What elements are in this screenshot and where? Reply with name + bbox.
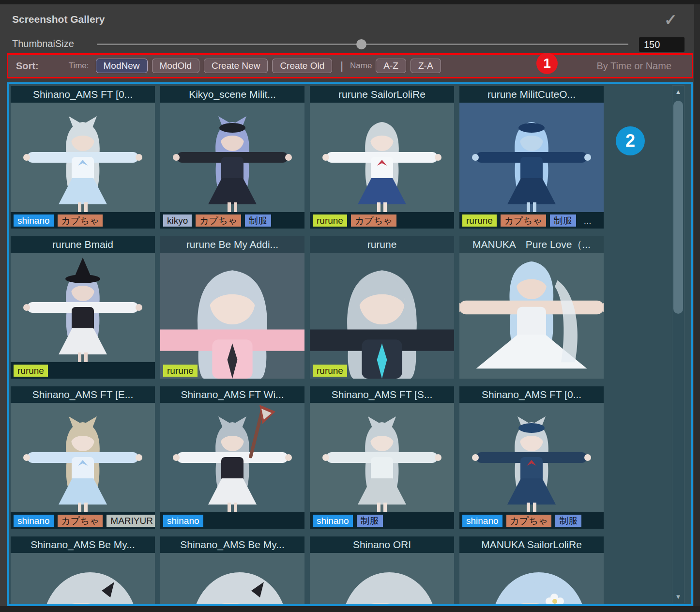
- gallery-card[interactable]: Shinano_AMS FT [0...shinanoカプちゃ制服: [459, 386, 604, 529]
- gallery-grid: Shinano_AMS FT [0...shinanoカプちゃKikyo_sce…: [11, 86, 604, 606]
- gallery-card[interactable]: Shinano_AMS FT [0...shinanoカプちゃ: [11, 86, 155, 229]
- scrollbar-thumb[interactable]: [673, 101, 683, 314]
- card-tag-row: shinanoカプちゃ: [11, 212, 155, 229]
- gallery-card[interactable]: rurune MilitCuteO...ruruneカプちゃ制服...: [459, 86, 604, 229]
- slider-handle[interactable]: [356, 39, 366, 49]
- sort-button-az[interactable]: A-Z: [376, 59, 406, 73]
- sort-button-modold[interactable]: ModOld: [152, 59, 200, 73]
- gallery-card[interactable]: rurune Bmaidrurune: [11, 236, 155, 379]
- scroll-up-arrow-icon[interactable]: ▲: [672, 88, 685, 95]
- card-title: Shinano_AMS Be My...: [160, 536, 304, 553]
- tag-kapucha[interactable]: カプちゃ: [58, 214, 103, 227]
- tag-more[interactable]: ...: [580, 214, 595, 227]
- tag-shinano[interactable]: shinano: [462, 515, 502, 527]
- gallery-card[interactable]: MANUKA Pure Love（...: [459, 236, 604, 379]
- tag-kapucha[interactable]: カプちゃ: [506, 515, 552, 527]
- card-tag-row: ruruneカプちゃ: [310, 212, 454, 229]
- tag-shinano[interactable]: shinano: [14, 214, 54, 227]
- tag-kikyo[interactable]: kikyo: [163, 214, 192, 227]
- tag-rurune[interactable]: rurune: [313, 214, 347, 227]
- tag-seifuku[interactable]: 制服: [550, 214, 576, 227]
- gallery-card[interactable]: Shinano_AMS FT [S...shinano制服: [310, 386, 454, 529]
- card-thumbnail: [160, 103, 304, 212]
- sort-divider: |: [340, 60, 343, 72]
- gallery-card[interactable]: Shinano_AMS Be My...: [160, 536, 304, 606]
- annotation-badge-2: 2: [616, 126, 645, 155]
- annotation-badge-1: 1: [536, 53, 558, 74]
- thumbnail-size-label: ThumbnaiSize: [12, 38, 74, 49]
- card-thumbnail: [11, 553, 155, 606]
- tag-seifuku[interactable]: 制服: [555, 515, 581, 527]
- card-thumbnail: [160, 553, 304, 606]
- tag-mariyur[interactable]: MARIYUR: [107, 515, 155, 527]
- tag-kapucha[interactable]: カプちゃ: [501, 214, 546, 227]
- card-thumbnail: [459, 553, 604, 606]
- card-title: rurune: [310, 236, 454, 253]
- card-thumbnail: [310, 553, 454, 606]
- card-thumbnail: [11, 403, 155, 512]
- card-title: MANUKA SailorLoliRe: [459, 536, 604, 553]
- sort-button-create-new[interactable]: Create New: [204, 59, 268, 73]
- card-title: rurune MilitCuteO...: [459, 86, 604, 103]
- tag-kapucha[interactable]: カプちゃ: [58, 515, 103, 527]
- card-title: Shinano_AMS FT [0...: [459, 386, 604, 403]
- gallery-card[interactable]: MANUKA SailorLoliRe: [459, 536, 604, 606]
- tag-kapucha[interactable]: カプちゃ: [196, 214, 241, 227]
- sort-button-za[interactable]: Z-A: [411, 59, 441, 73]
- gallery-panel: Shinano_AMS FT [0...shinanoカプちゃKikyo_sce…: [7, 82, 693, 606]
- card-title: Shinano_AMS FT [S...: [310, 386, 454, 403]
- card-tag-row: rurune: [11, 362, 155, 379]
- card-title: Shinano_AMS FT [E...: [11, 386, 155, 403]
- tag-kapucha[interactable]: カプちゃ: [351, 214, 396, 227]
- card-thumbnail: [11, 253, 155, 362]
- scroll-down-arrow-icon[interactable]: ▼: [672, 593, 685, 600]
- tag-seifuku[interactable]: 制服: [245, 214, 271, 227]
- tag-shinano[interactable]: shinano: [313, 515, 353, 527]
- card-tag-row: shinano: [160, 512, 304, 529]
- card-tag-row: shinanoカプちゃ制服: [459, 512, 604, 529]
- gallery-card[interactable]: Kikyo_scene Milit...kikyoカプちゃ制服: [160, 86, 304, 229]
- thumbnail-size-value[interactable]: 150: [639, 37, 685, 52]
- gallery-card[interactable]: Shinano_AMS FT [E...shinanoカプちゃMARIYUR: [11, 386, 155, 529]
- card-thumbnail: [310, 403, 454, 512]
- card-thumbnail: [160, 236, 304, 379]
- card-thumbnail: [310, 236, 454, 379]
- tag-rurune[interactable]: rurune: [462, 214, 497, 227]
- gallery-card[interactable]: Shinano ORI: [310, 536, 454, 606]
- check-icon[interactable]: ✓: [664, 11, 677, 29]
- tag-shinano[interactable]: shinano: [14, 515, 54, 527]
- card-title: rurune SailorLoliRe: [310, 86, 454, 103]
- sort-hint: By Time or Name: [597, 61, 671, 72]
- scrollbar[interactable]: ▲ ▼: [672, 85, 685, 603]
- card-thumbnail: [459, 236, 604, 379]
- sort-button-modnew[interactable]: ModNew: [96, 59, 148, 73]
- gallery-card[interactable]: rurune SailorLoliReruruneカプちゃ: [310, 86, 454, 229]
- card-tag-row: rurune: [160, 362, 304, 379]
- tag-rurune[interactable]: rurune: [163, 365, 198, 377]
- card-title: Shinano_AMS Be My...: [11, 536, 155, 553]
- card-tag-row: shinano制服: [310, 512, 454, 529]
- tag-rurune[interactable]: rurune: [313, 365, 347, 377]
- card-tag-row: ruruneカプちゃ制服...: [459, 212, 604, 229]
- window-bottom-edge: [0, 606, 700, 612]
- card-title: MANUKA Pure Love（...: [459, 236, 604, 253]
- gallery-card[interactable]: rurunerurune: [310, 236, 454, 379]
- card-title: Kikyo_scene Milit...: [160, 86, 304, 103]
- card-tag-row: rurune: [310, 362, 454, 379]
- tag-shinano[interactable]: shinano: [163, 515, 203, 527]
- gallery-card[interactable]: Shinano_AMS Be My...: [11, 536, 155, 606]
- sort-button-create-old[interactable]: Create Old: [272, 59, 332, 73]
- card-tag-row: kikyoカプちゃ制服: [160, 212, 304, 229]
- card-title: Shinano_AMS FT Wi...: [160, 386, 304, 403]
- name-label: Name: [350, 61, 372, 71]
- gallery-card[interactable]: rurune Be My Addi...rurune: [160, 236, 304, 379]
- card-thumbnail: [160, 403, 304, 512]
- card-thumbnail: [310, 103, 454, 212]
- card-title: rurune Be My Addi...: [160, 236, 304, 253]
- card-tag-row: shinanoカプちゃMARIYUR: [11, 512, 155, 529]
- gallery-card[interactable]: Shinano_AMS FT Wi...shinano: [160, 386, 304, 529]
- card-thumbnail: [459, 103, 604, 212]
- tag-seifuku[interactable]: 制服: [357, 515, 383, 527]
- card-thumbnail: [11, 103, 155, 212]
- tag-rurune[interactable]: rurune: [14, 365, 48, 377]
